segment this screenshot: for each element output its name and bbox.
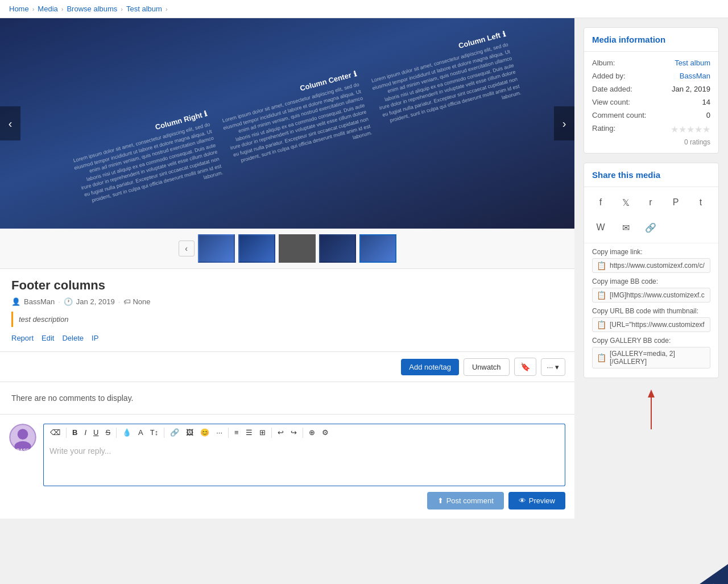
copy-bb-field[interactable]: 📋 [IMG]https://www.customizexf.c (592, 288, 710, 303)
view-count-label: View count: (592, 98, 630, 106)
col-right-text: Lorem ipsum dolor sit amet, consectetur … (71, 121, 224, 213)
whatsapp-icon[interactable]: W (592, 219, 609, 236)
editor-area[interactable]: Write your reply... (43, 441, 565, 486)
ip-link[interactable]: IP (92, 334, 98, 342)
tb-undo[interactable]: ↩ (275, 426, 287, 438)
copy-gallery-value: [GALLERY=media, 2][/GALLERY] (610, 350, 706, 366)
pinterest-icon[interactable]: P (667, 194, 684, 211)
added-by-row: Added by: BassMan (592, 72, 710, 80)
facebook-icon[interactable]: f (592, 194, 609, 211)
added-by-value: BassMan (680, 72, 710, 80)
breadcrumb-test-album[interactable]: Test album (126, 5, 162, 13)
tb-more[interactable]: ··· (213, 426, 225, 438)
tb-sep-6 (303, 428, 303, 438)
col-left-text: Lorem ipsum dolor sit amet, consectetur … (369, 41, 522, 133)
email-icon[interactable]: ✉ (617, 219, 634, 236)
tb-insert[interactable]: ⊕ (306, 426, 318, 438)
twitter-icon[interactable]: 𝕏 (617, 194, 634, 211)
page-layout: ‹ Column Right ℹ Lorem ipsum dolor sit a… (0, 18, 728, 519)
copy-gallery-field[interactable]: 📋 [GALLERY=media, 2][/GALLERY] (592, 347, 710, 368)
user-icon: 👤 (11, 297, 20, 306)
tb-bold[interactable]: B (69, 426, 80, 438)
tb-font[interactable]: A (135, 426, 146, 438)
tb-strikethrough[interactable]: S (102, 426, 113, 438)
media-tag: 🏷 None (123, 297, 150, 306)
preview-button[interactable]: 👁 Preview (508, 492, 565, 510)
share-title: Share this media (584, 163, 718, 187)
thumbnail-3[interactable] (279, 234, 316, 263)
tb-sep-3 (164, 428, 164, 438)
tb-color[interactable]: 💧 (119, 426, 134, 438)
reply-editor: BASS ⌫ B I U S 💧 A T↕ 🔗 🖼 (0, 415, 574, 519)
tb-underline[interactable]: U (90, 426, 101, 438)
breadcrumb-browse-albums[interactable]: Browse albums (67, 5, 117, 13)
date-added-row: Date added: Jan 2, 2019 (592, 85, 710, 93)
thumbnail-2[interactable] (238, 234, 275, 263)
breadcrumb: Home › Media › Browse albums › Test albu… (0, 0, 728, 18)
album-link[interactable]: Test album (675, 59, 710, 67)
thumbnail-1[interactable] (198, 234, 235, 263)
prev-image-button[interactable]: ‹ (0, 106, 20, 140)
tb-image[interactable]: 🖼 (183, 426, 196, 438)
copy-image-link-icon: 📋 (597, 261, 606, 270)
media-meta: 👤 BassMan · 🕐 Jan 2, 2019 · 🏷 None (11, 297, 563, 306)
editor-footer: ⬆ Post comment 👁 Preview (43, 492, 565, 510)
tb-link[interactable]: 🔗 (167, 426, 182, 438)
copy-bb-label: Copy image BB code: (592, 277, 710, 285)
bookmark-button[interactable]: 🔖 (514, 358, 536, 376)
unwatch-button[interactable]: Unwatch (464, 358, 510, 376)
thumbnail-4[interactable] (319, 234, 356, 263)
breadcrumb-sep-1: › (32, 6, 35, 13)
clock-icon: 🕐 (64, 297, 73, 306)
tb-list[interactable]: ☰ (243, 426, 255, 438)
album-value: Test album (675, 59, 710, 67)
copy-bb-icon: 📋 (597, 291, 606, 300)
reddit-icon[interactable]: r (642, 194, 659, 211)
tb-italic[interactable]: I (81, 426, 89, 438)
editor-toolbar: ⌫ B I U S 💧 A T↕ 🔗 🖼 😊 ··· ≡ (43, 424, 565, 441)
tb-emoji[interactable]: 😊 (197, 426, 212, 438)
tumblr-icon[interactable]: t (692, 194, 709, 211)
more-options-button[interactable]: ··· ▾ (541, 358, 565, 376)
delete-link[interactable]: Delete (62, 334, 84, 342)
tb-size[interactable]: T↕ (147, 426, 161, 438)
sidebar: Media information Album: Test album Adde… (574, 18, 728, 519)
tb-table[interactable]: ⊞ (257, 426, 268, 438)
tb-sep-1 (66, 428, 67, 438)
edit-link[interactable]: Edit (42, 334, 54, 342)
svg-text:BASS: BASS (16, 448, 30, 451)
media-description: test description (11, 312, 563, 327)
breadcrumb-sep-4: › (166, 6, 168, 13)
img-col-center: Column Center ℹ Lorem ipsum dolor sit am… (217, 69, 373, 173)
tb-sep-2 (116, 428, 117, 438)
added-by-label: Added by: (592, 72, 626, 80)
image-viewer: ‹ Column Right ℹ Lorem ipsum dolor sit a… (0, 18, 574, 229)
tb-align[interactable]: ≡ (231, 426, 242, 438)
tb-eraser[interactable]: ⌫ (47, 426, 63, 438)
thumbnail-5[interactable] (359, 234, 396, 263)
copy-url-bb-field[interactable]: 📋 [URL="https://www.customizexf (592, 317, 710, 332)
copy-image-link-value: https://www.customizexf.com/c/ (610, 262, 705, 270)
img-col-left: Column Left ℹ Lorem ipsum dolor sit amet… (366, 30, 522, 134)
col-center-text: Lorem ipsum dolor sit amet, consectetur … (220, 81, 373, 173)
breadcrumb-home[interactable]: Home (9, 5, 29, 13)
copy-image-link-field[interactable]: 📋 https://www.customizexf.com/c/ (592, 258, 710, 273)
copy-link-icon[interactable]: 🔗 (642, 219, 659, 236)
next-image-button[interactable]: › (554, 106, 574, 140)
breadcrumb-sep-3: › (121, 6, 123, 13)
breadcrumb-media[interactable]: Media (38, 5, 57, 13)
added-by-link[interactable]: BassMan (680, 72, 710, 80)
copy-url-bb-value: [URL="https://www.customizexf (610, 321, 705, 329)
media-info-section: Footer columns 👤 BassMan · 🕐 Jan 2, 2019… (0, 269, 574, 352)
tb-redo[interactable]: ↪ (288, 426, 300, 438)
view-count-row: View count: 14 (592, 98, 710, 106)
copy-url-bb-label: Copy URL BB code with thumbnail: (592, 307, 710, 315)
add-note-button[interactable]: Add note/tag (401, 359, 459, 375)
thumb-prev-button[interactable]: ‹ (179, 241, 195, 256)
tb-settings[interactable]: ⚙ (319, 426, 332, 438)
report-link[interactable]: Report (11, 334, 34, 342)
reply-avatar: BASS (9, 424, 36, 451)
date-added-value: Jan 2, 2019 (672, 85, 710, 93)
media-actions: Report Edit Delete IP (11, 334, 563, 342)
post-comment-button[interactable]: ⬆ Post comment (427, 492, 504, 510)
